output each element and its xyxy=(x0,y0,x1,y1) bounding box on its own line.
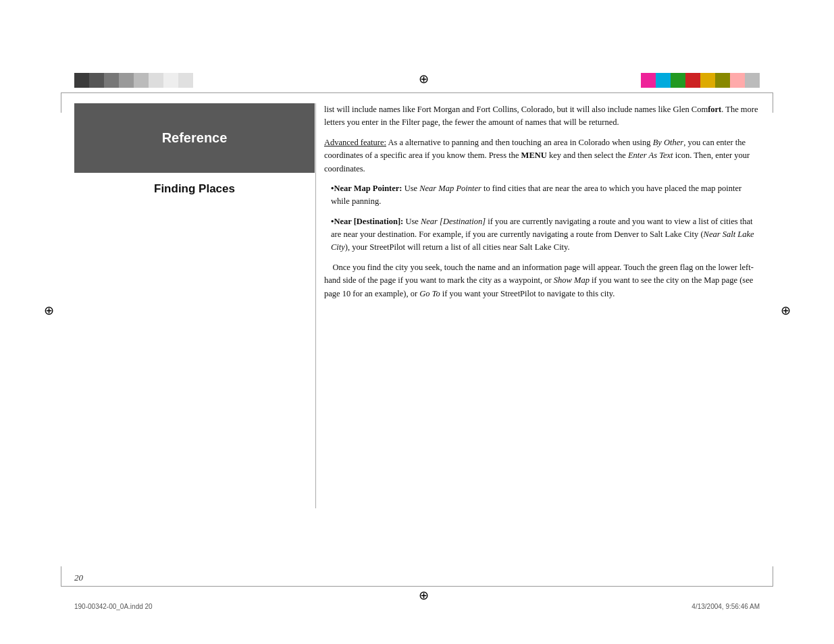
swatch-r7 xyxy=(730,73,745,88)
bold-fort: fort xyxy=(708,105,721,114)
color-bar-left xyxy=(74,73,193,88)
sidebar-title: Reference xyxy=(162,130,228,146)
border-left-bottom xyxy=(61,566,61,587)
paragraph-find-city: Once you find the city you seek, touch t… xyxy=(324,261,760,300)
bullet2-label: •Near [Destination]: xyxy=(331,217,403,226)
border-right-top xyxy=(773,92,773,113)
paragraph-1: list will include names like Fort Morgan… xyxy=(324,103,760,130)
swatch-6 xyxy=(149,73,163,88)
border-top xyxy=(61,92,773,93)
crosshair-top-icon: ⊕ xyxy=(417,72,430,86)
menu-key: MENU xyxy=(521,151,547,160)
main-content: list will include names like Fort Morgan… xyxy=(324,103,760,576)
show-map-italic: Show Map xyxy=(554,275,590,285)
border-right-bottom xyxy=(773,566,773,587)
crosshair-bottom-icon: ⊕ xyxy=(417,589,430,602)
enter-as-text-italic: Enter As Text xyxy=(628,151,673,160)
page-number: 20 xyxy=(74,572,83,583)
swatch-1 xyxy=(74,73,89,88)
bullet-near-destination: •Near [Destination]: Use Near [Destinati… xyxy=(324,215,760,254)
page: ⊕ ⊕ ⊕ ⊕ Reference Finding Places list wi… xyxy=(0,0,834,644)
border-left-top xyxy=(61,92,61,113)
near-salt-lake-italic: Near Salt Lake City xyxy=(331,230,754,252)
footer-right: 4/13/2004, 9:56:46 AM xyxy=(692,603,760,610)
swatch-8 xyxy=(178,73,193,88)
swatch-r2 xyxy=(656,73,671,88)
swatch-7 xyxy=(163,73,178,88)
color-bar-right xyxy=(641,73,760,88)
by-other-italic: By Other xyxy=(653,138,683,147)
near-map-pointer-italic: Near Map Pointer xyxy=(419,184,481,193)
bullet1-label: •Near Map Pointer: xyxy=(331,184,402,193)
swatch-r6 xyxy=(715,73,730,88)
swatch-5 xyxy=(134,73,149,88)
paragraph-advanced: Advanced feature: As a alternative to pa… xyxy=(324,136,760,176)
footer-left: 190-00342-00_0A.indd 20 xyxy=(74,603,153,610)
swatch-r8 xyxy=(745,73,760,88)
advanced-feature-label: Advanced feature: xyxy=(324,138,386,147)
swatch-4 xyxy=(119,73,134,88)
divider-vertical xyxy=(315,103,316,508)
section-heading: Finding Places xyxy=(74,182,315,196)
swatch-r3 xyxy=(671,73,685,88)
near-destination-italic: Near [Destination] xyxy=(421,217,486,226)
swatch-2 xyxy=(89,73,104,88)
crosshair-right-icon: ⊕ xyxy=(779,304,792,317)
bullet-near-map-pointer: •Near Map Pointer: Use Near Map Pointer … xyxy=(324,182,760,209)
sidebar-reference-box: Reference xyxy=(74,103,315,173)
go-to-italic: Go To xyxy=(419,289,440,298)
swatch-r4 xyxy=(685,73,700,88)
border-bottom xyxy=(61,586,773,587)
swatch-3 xyxy=(104,73,119,88)
crosshair-left-icon: ⊕ xyxy=(42,304,55,317)
swatch-r1 xyxy=(641,73,656,88)
swatch-r5 xyxy=(700,73,715,88)
